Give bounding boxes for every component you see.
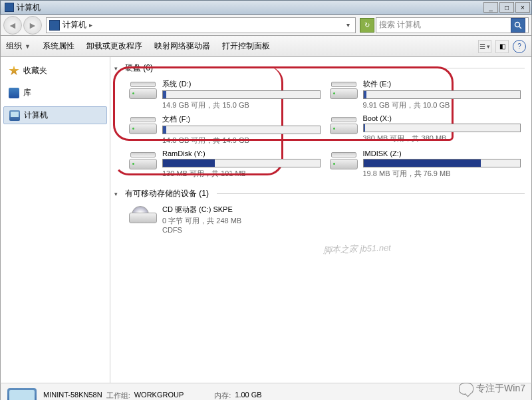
breadcrumb-arrow-icon[interactable]: ▸ [89, 21, 92, 29]
drive-name: IMDISK (Z:) [363, 150, 521, 157]
drive-item[interactable]: 文档 (F:)14.8 GB 可用，共 14.9 GB [129, 114, 321, 146]
status-workgroup: WORKGROUP [134, 391, 184, 400]
back-button[interactable]: ◄ [3, 16, 22, 35]
drive-filesystem: CDFS [162, 226, 521, 234]
cmd-map-drive[interactable]: 映射网络驱动器 [154, 41, 210, 52]
hdd-icon [330, 114, 358, 136]
hdd-icon [129, 150, 157, 171]
refresh-button[interactable]: ↻ [360, 18, 374, 33]
search-placeholder: 搜索 计算机 [379, 19, 421, 31]
help-button[interactable]: ? [513, 40, 526, 53]
cmd-organize[interactable]: 组织▼ [6, 41, 31, 52]
cd-drive-icon [129, 205, 157, 226]
window-titlebar: 计算机 _ □ × [0, 0, 532, 15]
section-header-hdd[interactable]: ▾ 硬盘 (6) [114, 61, 525, 75]
cmd-uninstall[interactable]: 卸载或更改程序 [86, 41, 142, 52]
drive-capacity-bar [162, 159, 321, 167]
address-text: 计算机 [63, 19, 86, 31]
hdd-icon [129, 79, 157, 100]
drive-item[interactable]: RamDisk (Y:)130 MB 可用，共 191 MB [129, 150, 321, 179]
drive-freespace: 0 字节 可用，共 248 MB [162, 216, 521, 226]
preview-pane-button[interactable]: ◧ [495, 40, 509, 53]
drive-capacity-bar [363, 159, 521, 167]
drive-freespace: 9.91 GB 可用，共 10.0 GB [363, 100, 521, 110]
search-button[interactable] [511, 18, 525, 33]
cmd-system-properties[interactable]: 系统属性 [43, 41, 74, 52]
svg-point-0 [515, 22, 520, 27]
computer-icon [49, 20, 60, 31]
computer-large-icon [7, 388, 37, 400]
computer-icon [9, 110, 20, 121]
drive-capacity-bar [162, 90, 321, 99]
cmd-control-panel[interactable]: 打开控制面板 [222, 41, 270, 52]
drive-freespace: 14.9 GB 可用，共 15.0 GB [162, 100, 321, 110]
status-memory: 1.00 GB [235, 391, 261, 400]
drive-capacity-bar [162, 126, 321, 134]
drive-freespace: 19.8 MB 可用，共 76.9 MB [363, 169, 521, 179]
svg-line-1 [519, 27, 521, 29]
drive-name: 系统 (D:) [162, 79, 321, 89]
memory-label: 内存: [214, 391, 231, 400]
status-hostname: MININT-58KN58N [43, 391, 102, 400]
library-icon [9, 88, 19, 98]
drive-freespace: 380 MB 可用，共 380 MB [363, 134, 521, 144]
collapse-icon: ▾ [114, 65, 121, 72]
section-header-removable[interactable]: ▾ 有可移动存储的设备 (1) [114, 187, 525, 201]
drive-item[interactable]: IMDISK (Z:)19.8 MB 可用，共 76.9 MB [330, 150, 521, 179]
drive-freespace: 130 MB 可用，共 191 MB [162, 169, 321, 179]
drive-item[interactable]: Boot (X:)380 MB 可用，共 380 MB [330, 114, 521, 146]
hdd-icon [129, 114, 157, 136]
maximize-button[interactable]: □ [499, 2, 514, 13]
search-box[interactable]: 搜索 计算机 [376, 17, 529, 33]
nav-tree: 收藏夹 库 计算机 [1, 57, 110, 383]
wechat-icon [459, 383, 473, 395]
chevron-down-icon: ▼ [25, 43, 31, 50]
drive-freespace: 14.8 GB 可用，共 14.9 GB [162, 136, 321, 146]
sidebar-item-label: 库 [23, 87, 31, 98]
content-pane: ▾ 硬盘 (6) 系统 (D:)14.9 GB 可用，共 15.0 GB软件 (… [110, 57, 531, 383]
close-button[interactable]: × [515, 2, 530, 13]
forward-button[interactable]: ► [23, 16, 42, 35]
nav-bar: ◄ ► 计算机 ▸ ▾ ↻ 搜索 计算机 [0, 15, 532, 36]
drive-item-cd[interactable]: CD 驱动器 (C:) SKPE 0 字节 可用，共 248 MB CDFS [129, 205, 521, 234]
section-hdd: ▾ 硬盘 (6) 系统 (D:)14.9 GB 可用，共 15.0 GB软件 (… [114, 61, 525, 183]
view-button[interactable]: ☰▾ [478, 40, 491, 53]
command-bar: 组织▼ 系统属性 卸载或更改程序 映射网络驱动器 打开控制面板 ☰▾ ◧ ? [0, 36, 532, 57]
drive-name: RamDisk (Y:) [162, 150, 321, 157]
address-dropdown-icon[interactable]: ▾ [344, 21, 352, 29]
drive-capacity-bar [363, 90, 521, 99]
watermark-corner: 专注于Win7 [459, 383, 525, 395]
address-bar[interactable]: 计算机 ▸ ▾ [46, 17, 356, 33]
drive-item[interactable]: 软件 (E:)9.91 GB 可用，共 10.0 GB [330, 79, 521, 110]
section-title: 有可移动存储的设备 (1) [125, 188, 209, 199]
workgroup-label: 工作组: [106, 391, 130, 400]
minimize-button[interactable]: _ [483, 2, 498, 13]
drive-name: 软件 (E:) [363, 79, 521, 89]
window-title: 计算机 [17, 2, 41, 13]
hdd-icon [330, 79, 358, 100]
drive-capacity-bar [363, 124, 521, 132]
sidebar-item-favorites[interactable]: 收藏夹 [3, 62, 107, 79]
search-icon [514, 21, 522, 29]
section-removable: ▾ 有可移动存储的设备 (1) CD 驱动器 (C:) SKPE 0 字节 可用… [114, 187, 525, 238]
sidebar-item-libraries[interactable]: 库 [3, 84, 107, 101]
favorites-icon [9, 66, 19, 76]
hdd-icon [330, 150, 358, 171]
sidebar-item-label: 收藏夹 [23, 65, 47, 76]
drive-item[interactable]: 系统 (D:)14.9 GB 可用，共 15.0 GB [129, 79, 321, 110]
details-pane: MININT-58KN58N 工作组: WORKGROUP 内存: 1.00 G… [0, 383, 532, 400]
drive-name: 文档 (F:) [162, 114, 321, 124]
watermark-center: 脚本之家 jb51.net [323, 242, 391, 256]
sidebar-item-computer[interactable]: 计算机 [3, 106, 107, 124]
sidebar-item-label: 计算机 [24, 110, 48, 121]
collapse-icon: ▾ [114, 191, 121, 197]
section-title: 硬盘 (6) [125, 62, 153, 74]
drive-name: CD 驱动器 (C:) SKPE [162, 205, 521, 215]
drive-name: Boot (X:) [363, 114, 521, 122]
app-icon [5, 3, 14, 12]
